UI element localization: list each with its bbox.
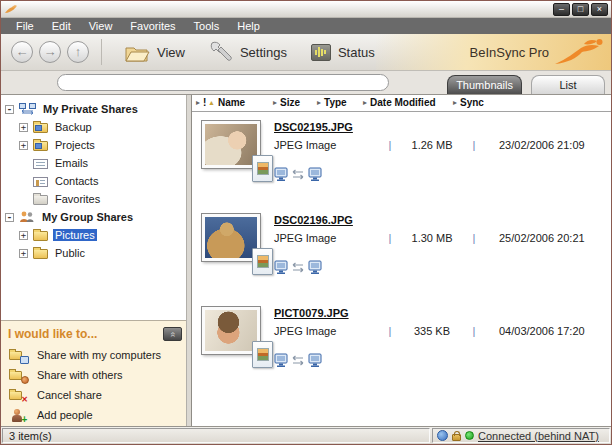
meta-separator: |	[463, 139, 485, 151]
app-logo-icon	[4, 4, 18, 14]
file-meta: JPEG Image | 1.26 MB | 23/02/2006 21:09	[274, 139, 585, 151]
tasks-pane: I would like to... « Share with my compu…	[1, 320, 186, 426]
tree-label[interactable]: Favorites	[53, 193, 102, 205]
file-row[interactable]: DSC02195.JPG JPEG Image | 1.26 MB | 23/0…	[192, 112, 611, 205]
minimize-button[interactable]: –	[553, 3, 570, 16]
up-button[interactable]: ↑	[67, 41, 89, 63]
meta-separator: |	[463, 325, 485, 337]
tree-node-my-group-shares[interactable]: - My Group Shares	[3, 208, 184, 226]
tree-label[interactable]: Backup	[53, 121, 94, 133]
task-label[interactable]: Cancel share	[37, 389, 102, 401]
sort-ascending-icon: ▲	[208, 99, 215, 106]
tree-node-favorites[interactable]: Favorites	[3, 190, 184, 208]
file-name-link[interactable]: DSC02196.JPG	[274, 214, 353, 226]
expand-toggle-icon[interactable]: +	[19, 123, 28, 132]
task-label[interactable]: Add people	[37, 409, 93, 421]
expand-toggle-icon[interactable]: +	[19, 231, 28, 240]
tree-label[interactable]: My Private Shares	[41, 103, 140, 115]
expand-toggle-icon[interactable]: -	[5, 213, 14, 222]
column-header-date-modified[interactable]: ▸ Date Modified	[363, 97, 436, 108]
file-meta: JPEG Image | 335 KB | 04/03/2006 17:20	[274, 325, 585, 337]
menu-tools[interactable]: Tools	[185, 19, 229, 33]
menu-file[interactable]: File	[7, 19, 43, 33]
sync-status-icon	[274, 260, 322, 277]
task-share-with-others[interactable]: Share with others	[1, 365, 186, 385]
task-cancel-share[interactable]: ✕ Cancel share	[1, 385, 186, 405]
task-label[interactable]: Share with others	[37, 369, 123, 381]
menu-favorites[interactable]: Favorites	[121, 19, 184, 33]
menu-edit[interactable]: Edit	[43, 19, 80, 33]
tree-label[interactable]: Public	[53, 247, 87, 259]
settings-button[interactable]: Settings	[197, 38, 299, 67]
connection-status-link[interactable]: Connected (behind NAT)	[478, 429, 599, 443]
share-others-icon	[9, 368, 29, 383]
column-header-sync[interactable]: ▸ Sync	[453, 97, 484, 108]
sidebar: - My Private Shares + Backup +	[1, 95, 186, 426]
status-button[interactable]: Status	[299, 41, 387, 64]
file-date: 04/03/2006 17:20	[499, 325, 585, 337]
main-area: - My Private Shares + Backup +	[1, 95, 611, 426]
open-folder-icon	[124, 42, 150, 63]
task-add-people[interactable]: + Add people	[1, 405, 186, 425]
share-computers-icon	[9, 348, 29, 363]
tree-node-public[interactable]: + Public	[3, 244, 184, 262]
contacts-icon	[33, 177, 48, 187]
file-type: JPEG Image	[274, 232, 379, 244]
forward-button[interactable]: →	[39, 41, 61, 63]
tree-label[interactable]: Projects	[53, 139, 97, 151]
sync-computers-icon	[19, 103, 36, 115]
tree-node-emails[interactable]: Emails	[3, 154, 184, 172]
file-row[interactable]: DSC02196.JPG JPEG Image | 1.30 MB | 25/0…	[192, 205, 611, 298]
brand-zone: BeInSync Pro	[376, 34, 611, 70]
file-name-link[interactable]: DSC02195.JPG	[274, 121, 353, 133]
close-button[interactable]: ×	[591, 3, 608, 16]
group-folder-icon	[33, 231, 48, 241]
task-share-with-my-computers[interactable]: Share with my computers	[1, 345, 186, 365]
file-size: 1.26 MB	[401, 139, 463, 151]
column-header-type[interactable]: ▸ Type	[317, 97, 347, 108]
expand-toggle-icon[interactable]: +	[19, 249, 28, 258]
menu-view[interactable]: View	[80, 19, 122, 33]
expand-toggle-icon[interactable]: -	[5, 105, 14, 114]
toolbar-separator	[101, 39, 102, 65]
file-thumbnail[interactable]	[202, 214, 282, 284]
tree-label[interactable]: Emails	[53, 157, 90, 169]
column-header-size[interactable]: ▸ Size	[273, 97, 300, 108]
back-button[interactable]: ←	[11, 41, 33, 63]
file-thumbnail[interactable]	[202, 307, 282, 377]
tasks-title: I would like to...	[8, 327, 163, 341]
collapse-pane-button[interactable]: «	[163, 327, 182, 341]
tree-node-pictures[interactable]: + Pictures	[3, 226, 184, 244]
view-label: View	[157, 45, 185, 60]
shared-folder-icon	[33, 141, 48, 151]
file-name-link[interactable]: PICT0079.JPG	[274, 307, 349, 319]
tree-node-backup[interactable]: + Backup	[3, 118, 184, 136]
tree-node-my-private-shares[interactable]: - My Private Shares	[3, 100, 184, 118]
column-arrow-icon: ▸	[317, 98, 321, 107]
emails-icon	[33, 159, 48, 169]
tab-thumbnails[interactable]: Thumbnails	[447, 75, 522, 94]
view-button[interactable]: View	[112, 39, 197, 66]
tab-list[interactable]: List	[531, 75, 605, 94]
column-arrow-icon: ▸	[196, 98, 200, 107]
column-header-alert[interactable]: ▸ !	[196, 97, 206, 108]
column-headers: ▸ ! ▲ Name ▸ Size ▸ Type ▸ Date Modifi	[192, 95, 611, 112]
tree-label-selected[interactable]: Pictures	[53, 229, 97, 241]
file-thumbnail[interactable]	[202, 121, 282, 191]
status-bar: 3 item(s) Connected (behind NAT)	[1, 426, 611, 444]
menu-help[interactable]: Help	[228, 19, 269, 33]
meta-separator: |	[379, 325, 401, 337]
tree-node-projects[interactable]: + Projects	[3, 136, 184, 154]
status-label: Status	[338, 45, 375, 60]
tree-label[interactable]: My Group Shares	[40, 211, 135, 223]
expand-toggle-icon[interactable]: +	[19, 141, 28, 150]
jpeg-file-icon	[252, 248, 273, 275]
column-header-name[interactable]: ▲ Name	[208, 97, 245, 108]
file-row[interactable]: PICT0079.JPG JPEG Image | 335 KB | 04/03…	[192, 298, 611, 391]
address-input[interactable]	[57, 74, 389, 91]
tree-node-contacts[interactable]: Contacts	[3, 172, 184, 190]
maximize-button[interactable]: □	[572, 3, 589, 16]
task-label[interactable]: Share with my computers	[37, 349, 161, 361]
file-type: JPEG Image	[274, 325, 379, 337]
tree-label[interactable]: Contacts	[53, 175, 100, 187]
